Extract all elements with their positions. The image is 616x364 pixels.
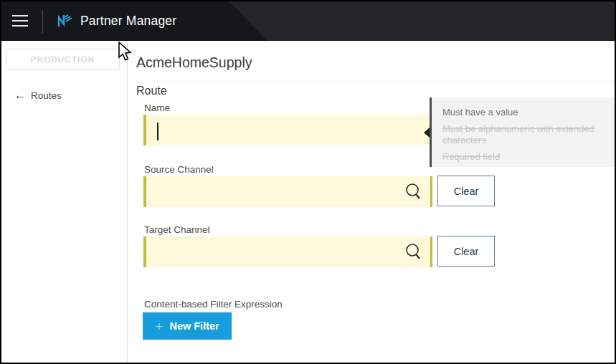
- validation-rule: Must be alphanumeric with extended chara…: [442, 123, 606, 146]
- environment-selector[interactable]: PRODUCTION: [6, 49, 120, 70]
- target-channel-input[interactable]: [143, 236, 432, 267]
- menu-icon[interactable]: [12, 15, 28, 27]
- back-link-label: Routes: [31, 90, 62, 101]
- validation-rule: Required field: [442, 151, 606, 163]
- name-input[interactable]: [143, 115, 432, 145]
- source-channel-input[interactable]: [143, 176, 432, 207]
- validation-rule: Must have a value: [442, 107, 606, 118]
- app-header: Partner Manager: [1, 1, 615, 41]
- tooltip-pointer-icon: [424, 128, 430, 138]
- new-filter-button[interactable]: + New Filter: [143, 312, 232, 340]
- section-title: Route: [136, 85, 167, 97]
- sidebar: PRODUCTION ← Routes: [1, 41, 128, 363]
- validation-tooltip: Must have a value Must be alphanumeric w…: [430, 97, 616, 167]
- app-title: Partner Manager: [80, 1, 176, 41]
- name-field-label: Name: [144, 102, 170, 113]
- source-channel-label: Source Channel: [144, 164, 214, 175]
- clear-target-button[interactable]: Clear: [437, 236, 495, 267]
- header-divider: [42, 10, 43, 33]
- new-filter-label: New Filter: [169, 320, 219, 332]
- filter-expression-label: Content-based Filter Expression: [144, 299, 283, 310]
- main-content: AcmeHomeSupply Route Name Must have a va…: [128, 41, 615, 363]
- text-caret: [157, 123, 158, 140]
- plus-icon: +: [155, 320, 163, 333]
- page-title: AcmeHomeSupply: [136, 54, 252, 71]
- app-window: Partner Manager PRODUCTION ← Routes Acme…: [0, 0, 616, 364]
- search-icon[interactable]: [404, 243, 422, 262]
- title-divider: [136, 82, 615, 82]
- clear-source-button[interactable]: Clear: [437, 176, 495, 206]
- back-to-routes-link[interactable]: ← Routes: [14, 90, 62, 101]
- app-logo-icon: [55, 11, 73, 31]
- search-icon[interactable]: [404, 183, 422, 201]
- back-arrow-icon: ←: [14, 90, 26, 101]
- target-channel-label: Target Channel: [144, 224, 210, 235]
